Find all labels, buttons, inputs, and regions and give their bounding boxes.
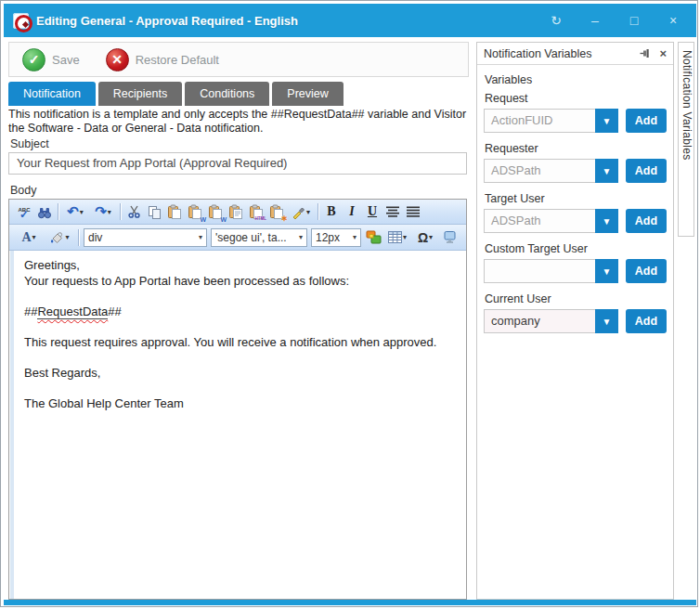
refresh-icon[interactable]: ↻ xyxy=(548,12,564,29)
separator xyxy=(318,203,318,220)
paste-special-icon[interactable]: ∗ xyxy=(266,201,287,222)
titlebar: Editing General - Approval Required - En… xyxy=(4,4,696,37)
chevron-down-icon: ▾ xyxy=(299,233,303,241)
save-check-icon: ✓ xyxy=(22,48,45,71)
panel-title: Notification Variables xyxy=(484,47,640,60)
request-dropdown-arrow-icon[interactable]: ▼ xyxy=(595,109,618,133)
spellcheck-icon[interactable]: ABC✓ xyxy=(14,201,34,222)
editor-blank-line xyxy=(24,350,457,366)
editor-line: This request requires approval. You will… xyxy=(24,335,457,351)
current-user-field-row: company ▼ Add xyxy=(484,309,667,333)
undo-button[interactable]: ↶▾ xyxy=(61,201,89,222)
paste-plain-text-icon[interactable] xyxy=(226,201,246,222)
restore-x-icon: ✕ xyxy=(106,48,129,71)
custom-target-user-dropdown-arrow-icon[interactable]: ▼ xyxy=(595,259,618,283)
save-button[interactable]: ✓ Save xyxy=(22,48,80,71)
panel-body: Variables Request ActionFUID ▼ Add Reque… xyxy=(477,65,673,333)
table-icon xyxy=(388,231,402,243)
current-user-dropdown-arrow-icon[interactable]: ▼ xyxy=(595,309,618,333)
subject-input[interactable]: Your Request from App Portal (Approval R… xyxy=(8,152,467,175)
window-title: Editing General - Approval Required - En… xyxy=(36,14,298,28)
notification-variables-side-tab[interactable]: Notification Variables xyxy=(678,42,694,237)
request-add-button[interactable]: Add xyxy=(626,109,667,133)
find-replace-icon[interactable] xyxy=(34,201,55,222)
chevron-down-icon: ▾ xyxy=(429,233,433,241)
misspelled-word: RequestData xyxy=(37,304,108,319)
target-user-variable-select[interactable]: ADSPath xyxy=(484,209,595,233)
maximize-button[interactable]: □ xyxy=(626,12,642,29)
current-user-add-button[interactable]: Add xyxy=(626,309,667,333)
italic-button[interactable]: I xyxy=(342,201,362,222)
pin-icon[interactable] xyxy=(640,48,651,58)
variables-section-label: Variables xyxy=(485,73,667,86)
justify-icon[interactable] xyxy=(403,201,423,222)
requester-add-button[interactable]: Add xyxy=(626,159,667,183)
paint-bucket-icon xyxy=(49,231,64,244)
editor-line: Best Regards, xyxy=(24,366,457,382)
requester-dropdown-arrow-icon[interactable]: ▼ xyxy=(595,159,618,183)
request-field-row: ActionFUID ▼ Add xyxy=(484,109,667,133)
template-info-text: This notification is a template and only… xyxy=(8,108,469,136)
tab-notification[interactable]: Notification xyxy=(8,82,96,106)
tab-conditions[interactable]: Conditions xyxy=(185,82,269,106)
editor-line: The Global Help Center Team xyxy=(24,396,457,412)
font-name-select[interactable]: 'segoe ui', ta... ▾ xyxy=(211,228,307,247)
requester-label: Requester xyxy=(485,142,667,155)
cut-icon[interactable] xyxy=(123,201,144,222)
body-editor-content[interactable]: Greetings, Your requests to App Portal h… xyxy=(9,251,466,599)
module-manager-icon[interactable] xyxy=(439,227,460,248)
custom-target-user-label: Custom Target User xyxy=(485,242,667,255)
chevron-down-icon: ▾ xyxy=(32,233,36,241)
current-user-variable-select[interactable]: company xyxy=(484,309,595,333)
special-character-button[interactable]: Ω ▾ xyxy=(411,227,439,248)
request-variable-select[interactable]: ActionFUID xyxy=(484,109,595,133)
redo-button[interactable]: ↷▾ xyxy=(89,201,117,222)
editor-line: Your requests to App Portal have been pr… xyxy=(24,274,457,290)
window-controls: ↻ – □ × xyxy=(548,12,687,29)
font-color-button[interactable]: A ▾ xyxy=(14,227,44,248)
paragraph-style-select[interactable]: div ▾ xyxy=(84,228,207,247)
tab-preview[interactable]: Preview xyxy=(272,82,343,106)
paste-from-word-icon[interactable]: W xyxy=(185,201,205,222)
background-color-button[interactable]: ▾ xyxy=(44,227,75,248)
tab-recipients[interactable]: Recipients xyxy=(98,82,182,106)
align-center-icon[interactable] xyxy=(382,201,403,222)
target-user-dropdown-arrow-icon[interactable]: ▼ xyxy=(595,209,618,233)
target-user-add-button[interactable]: Add xyxy=(626,209,667,233)
copy-icon[interactable] xyxy=(144,201,164,222)
editor-toolbar-row-1: ABC✓ ↶▾ ↷▾ W W xyxy=(9,200,466,225)
paste-icon[interactable] xyxy=(164,201,185,222)
chevron-down-icon: ▾ xyxy=(403,233,407,241)
image-manager-icon[interactable] xyxy=(363,227,383,248)
minimize-button[interactable]: – xyxy=(587,12,603,29)
restore-default-button[interactable]: ✕ Restore Default xyxy=(106,48,219,71)
tab-bar: Notification Recipients Conditions Previ… xyxy=(8,82,344,106)
command-toolbar: ✓ Save ✕ Restore Default xyxy=(8,42,469,77)
underline-button[interactable]: U xyxy=(362,201,382,222)
editor-line: Greetings, xyxy=(24,258,457,274)
bold-button[interactable]: B xyxy=(321,201,342,222)
dialog-window: Editing General - Approval Required - En… xyxy=(0,0,698,607)
editor-line-request-token: ##RequestData## xyxy=(24,304,457,320)
font-size-select[interactable]: 12px ▾ xyxy=(311,228,361,247)
separator xyxy=(120,203,121,220)
close-button[interactable]: × xyxy=(665,12,681,29)
chevron-down-icon: ▾ xyxy=(65,233,69,241)
info-line-2: the Software - Data or General - Data no… xyxy=(8,122,469,136)
separator xyxy=(78,229,79,246)
paste-from-word-clean-icon[interactable]: W xyxy=(205,201,226,222)
custom-target-user-field-row: ▼ Add xyxy=(484,259,667,283)
editor-blank-line xyxy=(24,319,457,335)
format-painter-icon xyxy=(292,205,305,219)
format-painter-button[interactable]: ▾ xyxy=(287,201,315,222)
panel-close-icon[interactable]: × xyxy=(659,48,667,59)
custom-target-user-add-button[interactable]: Add xyxy=(626,259,667,283)
custom-target-user-variable-select[interactable] xyxy=(484,259,595,283)
paste-as-html-icon[interactable]: HTML xyxy=(246,201,266,222)
requester-field-row: ADSPath ▼ Add xyxy=(484,159,667,183)
restore-label: Restore Default xyxy=(136,53,219,67)
insert-table-button[interactable]: ▾ xyxy=(383,227,411,248)
requester-variable-select[interactable]: ADSPath xyxy=(484,159,595,183)
editor-blank-line xyxy=(24,381,457,396)
editor-toolbar-row-2: A ▾ ▾ div ▾ 'segoe ui', ta... ▾ 12px ▾ xyxy=(9,225,466,251)
